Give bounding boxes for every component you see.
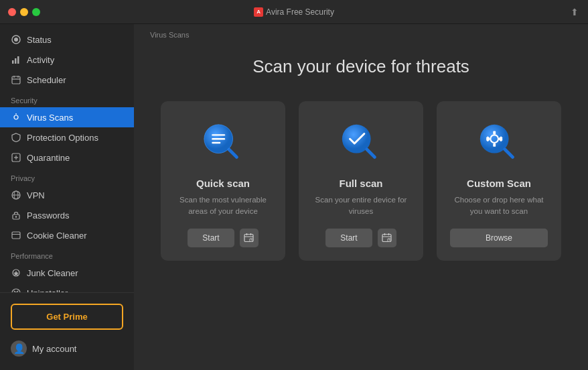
custom-scan-card: Custom Scan Choose or drop here what you… xyxy=(437,101,561,261)
quick-scan-start-button[interactable]: Start xyxy=(188,229,234,247)
titlebar: A Avira Free Security ⬆ xyxy=(0,0,588,24)
sidebar-nav: Status Activity Scheduler Security xyxy=(0,24,134,292)
close-button[interactable] xyxy=(8,8,16,16)
protection-options-icon xyxy=(11,132,21,143)
app-title: A Avira Free Security xyxy=(254,7,334,17)
junk-cleaner-icon xyxy=(11,267,21,278)
sidebar-item-uninstaller[interactable]: Uninstaller xyxy=(0,283,134,292)
sidebar-item-quarantine[interactable]: Quarantine xyxy=(0,147,134,168)
calendar-icon xyxy=(244,233,254,243)
quick-scan-calendar-button[interactable] xyxy=(240,229,259,247)
svg-rect-2 xyxy=(12,60,14,64)
sidebar-item-protection-options[interactable]: Protection Options xyxy=(0,127,134,147)
uninstaller-icon xyxy=(11,288,21,292)
my-account-item[interactable]: 👤 My account xyxy=(11,338,123,359)
svg-rect-20 xyxy=(12,232,20,239)
full-scan-actions: Start xyxy=(312,229,410,247)
quick-scan-icon xyxy=(200,121,246,166)
quick-scan-card: Quick scan Scan the most vulnerable area… xyxy=(161,101,285,261)
sidebar-item-junk-cleaner[interactable]: Junk Cleaner xyxy=(0,263,134,283)
custom-scan-desc: Choose or drop here what you want to sca… xyxy=(450,194,548,218)
main-content: Virus Scans Scan your device for threats xyxy=(134,24,588,370)
scan-cards: Quick scan Scan the most vulnerable area… xyxy=(161,101,561,261)
vpn-icon xyxy=(11,190,21,200)
sidebar-bottom: Get Prime 👤 My account xyxy=(0,292,134,370)
page-title: Scan your device for threats xyxy=(252,56,469,77)
svg-rect-5 xyxy=(12,76,20,84)
performance-section-label: Performance xyxy=(0,245,134,263)
avira-logo-icon: A xyxy=(254,7,263,17)
full-scan-start-button[interactable]: Start xyxy=(325,229,372,247)
quick-scan-title: Quick scan xyxy=(196,178,250,189)
virus-scans-icon xyxy=(11,112,21,123)
full-scan-title: Full scan xyxy=(339,178,382,189)
full-scan-desc: Scan your entire device for viruses xyxy=(312,194,410,218)
breadcrumb: Virus Scans xyxy=(134,24,588,43)
security-section-label: Security xyxy=(0,90,134,107)
full-scan-calendar-button[interactable] xyxy=(378,229,396,247)
scheduler-icon xyxy=(11,74,21,85)
custom-scan-actions: Browse xyxy=(450,229,548,247)
activity-icon xyxy=(11,54,21,65)
content-area: Scan your device for threats xyxy=(134,43,588,370)
quick-scan-icon-wrap xyxy=(200,120,246,167)
sidebar-item-passwords[interactable]: Passwords xyxy=(0,205,134,225)
traffic-lights xyxy=(8,8,40,16)
calendar-icon xyxy=(382,233,392,243)
full-scan-icon xyxy=(338,121,384,166)
avatar: 👤 xyxy=(11,341,27,357)
full-scan-card: Full scan Scan your entire device for vi… xyxy=(299,101,423,261)
svg-rect-3 xyxy=(15,58,17,64)
maximize-button[interactable] xyxy=(32,8,40,16)
cookie-cleaner-icon xyxy=(11,230,21,241)
svg-line-60 xyxy=(505,149,513,158)
sidebar-item-scheduler[interactable]: Scheduler xyxy=(0,70,134,90)
svg-line-32 xyxy=(229,149,237,158)
get-prime-button[interactable]: Get Prime xyxy=(11,304,123,330)
passwords-icon xyxy=(11,210,21,221)
sidebar-item-activity[interactable]: Activity xyxy=(0,50,134,70)
sidebar: Status Activity Scheduler Security xyxy=(0,24,134,370)
sidebar-item-virus-scans[interactable]: Virus Scans xyxy=(0,107,134,127)
svg-point-1 xyxy=(14,38,18,42)
app-body: Status Activity Scheduler Security xyxy=(0,24,588,370)
custom-scan-browse-button[interactable]: Browse xyxy=(450,229,548,247)
sidebar-item-status[interactable]: Status xyxy=(0,29,134,50)
quick-scan-actions: Start xyxy=(174,229,272,247)
custom-scan-icon-wrap xyxy=(475,120,522,167)
quick-scan-desc: Scan the most vulnerable areas of your d… xyxy=(174,194,272,218)
privacy-section-label: Privacy xyxy=(0,168,134,185)
svg-point-19 xyxy=(15,216,17,217)
full-scan-icon-wrap xyxy=(338,120,384,167)
sidebar-item-vpn[interactable]: VPN xyxy=(0,185,134,205)
minimize-button[interactable] xyxy=(20,8,28,16)
custom-scan-title: Custom Scan xyxy=(467,178,531,189)
status-icon xyxy=(11,34,21,45)
svg-rect-53 xyxy=(493,143,496,147)
svg-rect-52 xyxy=(493,131,496,135)
custom-scan-icon xyxy=(476,121,522,166)
svg-rect-4 xyxy=(17,56,19,64)
svg-line-42 xyxy=(367,149,375,158)
sidebar-item-cookie-cleaner[interactable]: Cookie Cleaner xyxy=(0,225,134,245)
quarantine-icon xyxy=(11,152,21,163)
share-icon[interactable]: ⬆ xyxy=(571,7,579,17)
